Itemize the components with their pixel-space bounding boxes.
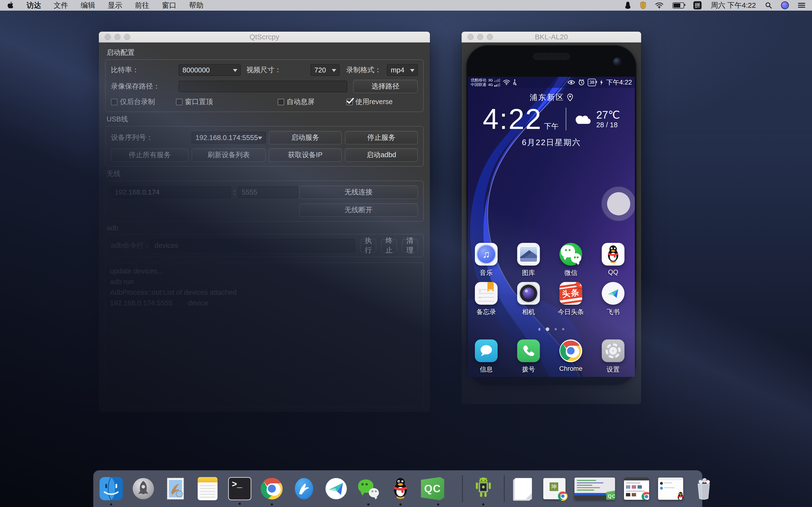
- bitrate-label: 比特率：: [111, 65, 179, 75]
- dock-launchpad-icon[interactable]: [132, 477, 155, 500]
- clock-widget[interactable]: 浦东新区 4:22 下午 27℃ 28 / 18: [468, 92, 635, 148]
- dock-feishu-icon[interactable]: [324, 477, 348, 500]
- video-size-combobox[interactable]: 720: [311, 64, 340, 76]
- dock-qq-icon[interactable]: [389, 477, 412, 500]
- minimized-chrome-webpage-window[interactable]: [624, 477, 649, 500]
- dock-notes-icon[interactable]: [198, 477, 217, 500]
- record-path-label: 录像保存路径：: [111, 81, 179, 91]
- app-chrome[interactable]: Chrome: [552, 339, 589, 374]
- app-dialer[interactable]: 拨号: [510, 339, 547, 374]
- running-indicator: [483, 503, 485, 506]
- dock-finder-icon[interactable]: [100, 477, 123, 500]
- minimized-qc-code-window[interactable]: QC: [574, 477, 615, 500]
- clock-time: 4:22: [483, 105, 542, 133]
- wireless-port-input[interactable]: [238, 186, 298, 198]
- bitrate-combobox[interactable]: 8000000: [179, 64, 241, 76]
- dock-terminal-icon[interactable]: >_: [228, 477, 251, 500]
- zoom-button[interactable]: [487, 34, 493, 40]
- menu-item-finder[interactable]: 访达: [27, 0, 41, 10]
- checkbox-auto-screen-off[interactable]: 自动息屏: [278, 97, 315, 107]
- close-button[interactable]: [105, 34, 111, 40]
- menubar-clock[interactable]: 周六 下午4:22: [711, 0, 756, 10]
- apple-menu-icon[interactable]: [7, 1, 14, 9]
- app-wechat[interactable]: 微信: [552, 243, 589, 277]
- checkbox-background-record[interactable]: 仅后台录制: [111, 97, 155, 107]
- dock-mail-icon[interactable]: [164, 477, 187, 500]
- running-indicator: [400, 503, 402, 506]
- stop-service-button[interactable]: 停止服务: [345, 131, 418, 145]
- phone-screen[interactable]: 优酷移动 中国联通 3G 4G: [468, 77, 635, 377]
- start-adbd-button[interactable]: 启动adbd: [345, 148, 418, 162]
- adb-cmd-input[interactable]: [151, 239, 355, 252]
- wireless-ip-input[interactable]: [111, 186, 231, 198]
- checkbox-use-reverse[interactable]: 使用reverse: [346, 97, 393, 107]
- record-format-combobox[interactable]: mp4: [387, 64, 418, 76]
- minimized-chrome-window[interactable]: 坤: [543, 478, 565, 499]
- page-dot: [555, 328, 557, 330]
- wireless-connect-button[interactable]: 无线连接: [299, 185, 418, 199]
- app-label: 今日头条: [558, 307, 584, 316]
- refresh-device-list-button[interactable]: 刷新设备列表: [192, 148, 266, 162]
- app-camera[interactable]: 相机: [510, 282, 547, 316]
- input-method-icon[interactable]: 拼: [693, 1, 702, 9]
- choose-path-button[interactable]: 选择路径: [353, 80, 418, 93]
- get-device-ip-button[interactable]: 获取设备IP: [269, 148, 342, 162]
- dock-qc-app-icon[interactable]: QC: [421, 477, 444, 500]
- serial-label: 设备序列号：: [111, 133, 189, 143]
- app-music[interactable]: ♫ 音乐: [468, 243, 505, 277]
- app-settings[interactable]: 设置: [595, 339, 631, 374]
- running-indicator: [367, 503, 369, 506]
- penguin-statusbar-icon[interactable]: [625, 1, 631, 9]
- menu-item-go[interactable]: 前往: [135, 0, 149, 10]
- shield-statusbar-icon[interactable]: [640, 1, 646, 9]
- record-format-value: mp4: [391, 66, 404, 74]
- zoom-button[interactable]: [124, 34, 130, 40]
- minimized-qq-chat-window[interactable]: [658, 477, 683, 500]
- traffic-lights: [467, 34, 493, 40]
- adb-kill-button[interactable]: 终止: [381, 239, 397, 252]
- close-button[interactable]: [467, 34, 474, 40]
- menu-bar-left: 访达 文件 编辑 显示 前往 窗口 帮助: [7, 0, 203, 10]
- adb-clear-button[interactable]: 清理: [402, 239, 418, 252]
- checkbox-always-on-top[interactable]: 窗口置顶: [176, 97, 213, 107]
- battery-icon[interactable]: [672, 2, 684, 8]
- menu-item-window[interactable]: 窗口: [162, 0, 176, 10]
- weather-temp: 27℃: [596, 109, 620, 121]
- app-gallery[interactable]: 图库: [510, 243, 547, 277]
- menu-item-file[interactable]: 文件: [54, 0, 68, 10]
- dock-wechat-icon[interactable]: [357, 477, 380, 500]
- app-qq[interactable]: QQ: [595, 243, 631, 277]
- dock-trash-icon[interactable]: [692, 477, 715, 500]
- qtscrcpy-titlebar[interactable]: QtScrcpy: [99, 32, 430, 43]
- serial-combobox[interactable]: 192.168.0.174:5555: [192, 132, 266, 144]
- app-feishu[interactable]: 飞书: [595, 282, 631, 316]
- adb-run-button[interactable]: 执行: [360, 239, 376, 252]
- dock-chrome-icon[interactable]: [260, 477, 284, 500]
- weather-widget[interactable]: 27℃ 28 / 18: [573, 109, 620, 129]
- log-line: update devices...: [110, 266, 419, 276]
- phone-window-titlebar[interactable]: BKL-AL20: [462, 32, 641, 43]
- wireless-disconnect-button[interactable]: 无线断开: [299, 203, 418, 217]
- siri-icon[interactable]: [781, 1, 789, 9]
- app-messages[interactable]: 信息: [468, 339, 505, 374]
- minimize-button[interactable]: [114, 34, 120, 40]
- app-notes[interactable]: 备忘录: [468, 282, 505, 316]
- spotlight-search-icon[interactable]: [765, 2, 772, 9]
- app-toutiao[interactable]: 1 头条 今日头条: [552, 282, 589, 316]
- menu-item-help[interactable]: 帮助: [189, 0, 203, 10]
- menu-item-edit[interactable]: 编辑: [81, 0, 95, 10]
- floating-nav-ball[interactable]: [607, 192, 630, 215]
- phone-status-bar: 优酷移动 中国联通 3G 4G: [468, 77, 635, 88]
- record-path-input[interactable]: [179, 80, 347, 92]
- start-service-button[interactable]: 启动服务: [269, 131, 342, 145]
- notification-center-icon[interactable]: [798, 2, 805, 8]
- dock-documents-stack[interactable]: [514, 477, 534, 500]
- phone-window-body: 优酷移动 中国联通 3G 4G: [462, 43, 641, 404]
- dock-qtscrcpy-android-icon[interactable]: [472, 477, 495, 500]
- dock-sealapp-icon[interactable]: [292, 477, 316, 500]
- stop-all-services-button[interactable]: 停止所有服务: [111, 148, 189, 162]
- running-indicator: [271, 503, 273, 506]
- wifi-icon[interactable]: [655, 2, 663, 8]
- menu-item-view[interactable]: 显示: [108, 0, 122, 10]
- minimize-button[interactable]: [477, 34, 483, 40]
